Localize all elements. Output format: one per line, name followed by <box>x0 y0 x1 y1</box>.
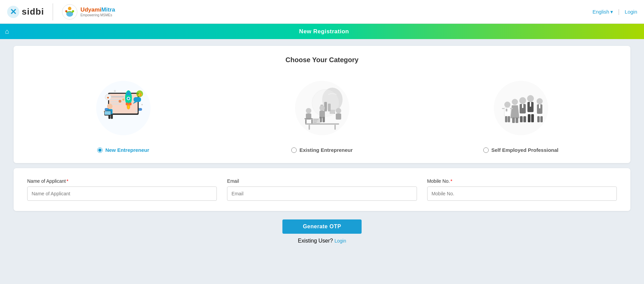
logo-divider <box>53 3 53 20</box>
new-entrepreneur-radio[interactable] <box>97 147 103 153</box>
svg-rect-32 <box>134 97 141 102</box>
svg-point-5 <box>65 10 67 12</box>
email-group: Email <box>227 178 417 201</box>
category-options: 👍 ♥ New Entrepreneur <box>27 74 617 153</box>
self-employed-label[interactable]: Self Employed Professional <box>483 147 559 153</box>
svg-point-49 <box>306 108 311 113</box>
svg-point-24 <box>127 106 129 109</box>
svg-point-81 <box>527 95 534 102</box>
self-employed-radio[interactable] <box>483 147 489 153</box>
svg-rect-80 <box>523 116 526 122</box>
header-separator: | <box>618 8 620 15</box>
svg-rect-75 <box>516 118 518 123</box>
navbar-title: New Registration <box>9 28 639 35</box>
udyami-icon <box>62 4 78 20</box>
existing-entrepreneur-label[interactable]: Existing Entrepreneur <box>291 147 353 153</box>
sidbi-logo: ✕ sidbi <box>7 5 44 18</box>
name-of-applicant-group: Name of Applicant* <box>27 178 217 201</box>
svg-rect-92 <box>510 108 513 109</box>
svg-rect-56 <box>334 125 336 130</box>
udyami-name-label: UdyamiMitra <box>81 6 115 13</box>
svg-rect-72 <box>508 116 510 122</box>
header-login-button[interactable]: Login <box>625 9 637 15</box>
svg-point-38 <box>135 110 137 112</box>
svg-rect-54 <box>305 123 339 125</box>
email-input[interactable] <box>227 187 417 201</box>
svg-rect-85 <box>531 114 534 122</box>
svg-point-16 <box>122 99 124 101</box>
svg-text:♥: ♥ <box>107 96 109 100</box>
new-entrepreneur-svg: 👍 ♥ <box>89 74 157 142</box>
svg-point-76 <box>519 97 526 104</box>
category-self-employed[interactable]: Self Employed Professional <box>425 74 617 153</box>
lang-arrow: ▾ <box>610 9 613 15</box>
svg-rect-71 <box>505 116 507 122</box>
udyami-sub-label: Empowering MSMEs <box>81 13 115 17</box>
svg-rect-89 <box>537 116 540 122</box>
svg-point-3 <box>68 7 71 10</box>
generate-otp-button[interactable]: Generate OTP <box>282 219 362 234</box>
existing-user-row: Existing User? Login <box>298 238 346 244</box>
sidbi-x-icon: ✕ <box>7 5 20 18</box>
logo-area: ✕ sidbi UdyamiMitra Empowering MSMEs <box>7 3 115 20</box>
language-dropdown[interactable]: English ▾ <box>592 9 613 15</box>
mobile-no-label: Mobile No.* <box>427 178 617 184</box>
svg-point-68 <box>504 102 510 108</box>
svg-rect-55 <box>309 125 310 130</box>
svg-rect-84 <box>528 114 530 122</box>
svg-point-15 <box>119 100 121 103</box>
svg-point-39 <box>114 90 116 92</box>
svg-point-25 <box>107 104 112 109</box>
email-label: Email <box>227 178 417 184</box>
category-existing-entrepreneur[interactable]: Existing Entrepreneur <box>226 74 418 153</box>
name-of-applicant-input[interactable] <box>27 187 217 201</box>
new-entrepreneur-illustration: 👍 ♥ <box>89 74 157 142</box>
home-icon[interactable]: ⌂ <box>5 28 9 35</box>
svg-rect-65 <box>313 121 317 121</box>
svg-rect-74 <box>512 118 515 123</box>
svg-rect-66 <box>313 122 317 123</box>
svg-point-61 <box>336 108 341 113</box>
self-employed-svg <box>487 74 555 142</box>
mobile-no-input[interactable] <box>427 187 617 201</box>
existing-user-login-link[interactable]: Login <box>334 238 346 244</box>
new-entrepreneur-label[interactable]: New Entrepreneur <box>97 147 149 153</box>
svg-rect-90 <box>540 116 543 122</box>
existing-user-text: Existing User? <box>298 238 333 244</box>
svg-point-40 <box>141 104 143 105</box>
svg-rect-64 <box>313 119 318 120</box>
svg-rect-79 <box>520 116 523 122</box>
udyami-text-area: UdyamiMitra Empowering MSMEs <box>81 6 115 17</box>
existing-entrepreneur-illustration <box>288 74 356 142</box>
svg-text:👍: 👍 <box>137 91 142 96</box>
svg-rect-91 <box>502 108 505 109</box>
svg-rect-47 <box>324 102 327 111</box>
svg-point-57 <box>319 105 325 111</box>
existing-entrepreneur-radio[interactable] <box>291 147 297 153</box>
svg-rect-31 <box>105 111 111 115</box>
svg-text:✕: ✕ <box>10 7 17 16</box>
svg-rect-69 <box>504 108 510 116</box>
form-row: Name of Applicant* Email Mobile No.* <box>27 178 617 201</box>
svg-rect-88 <box>539 104 540 108</box>
category-new-entrepreneur[interactable]: 👍 ♥ New Entrepreneur <box>27 74 219 153</box>
svg-rect-11 <box>110 96 124 97</box>
svg-rect-70 <box>506 109 507 111</box>
header: ✕ sidbi UdyamiMitra Empowering MSMEs <box>0 0 644 24</box>
svg-rect-62 <box>336 113 341 120</box>
existing-entrepreneur-svg <box>288 74 356 142</box>
mobile-no-group: Mobile No.* <box>427 178 617 201</box>
svg-rect-14 <box>110 104 122 105</box>
lang-label: English <box>592 9 609 15</box>
svg-point-6 <box>72 10 74 12</box>
name-of-applicant-label: Name of Applicant* <box>27 178 217 184</box>
svg-rect-48 <box>328 104 331 111</box>
sidbi-text-label: sidbi <box>22 6 44 17</box>
svg-point-22 <box>127 97 129 100</box>
main-content: Choose Your Category <box>0 39 644 251</box>
self-employed-illustration <box>487 74 555 142</box>
form-card: Name of Applicant* Email Mobile No.* <box>14 168 630 211</box>
svg-point-86 <box>537 98 543 104</box>
svg-rect-83 <box>530 102 531 107</box>
navbar: ⌂ New Registration <box>0 24 644 39</box>
